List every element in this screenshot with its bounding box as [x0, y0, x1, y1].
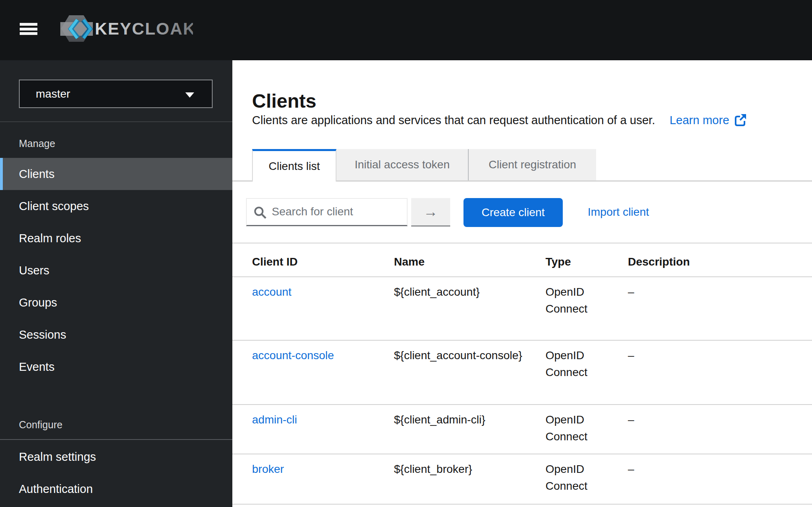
nav-list-manage: Clients Client scopes Realm roles Users …: [0, 158, 232, 383]
client-description-cell: –: [628, 284, 812, 340]
sidebar-nav: master Manage Clients Client scopes Real…: [0, 60, 232, 507]
realm-selector-value: master: [36, 88, 70, 100]
column-header-type: Type: [545, 256, 628, 276]
column-header-name: Name: [394, 256, 545, 276]
client-type-cell: OpenID Connect: [545, 284, 610, 340]
learn-more-label: Learn more: [670, 114, 729, 127]
column-header-client-id: Client ID: [252, 256, 394, 276]
search-box: [246, 198, 408, 226]
hamburger-menu-icon[interactable]: [20, 23, 37, 35]
brand-text: KEYCLOAK: [95, 19, 193, 38]
tab-clients-list[interactable]: Clients list: [252, 149, 336, 182]
table-row: admin-cli ${client_admin-cli} OpenID Con…: [232, 405, 812, 454]
sidebar-divider: [0, 121, 232, 122]
client-id-link[interactable]: account-console: [252, 349, 334, 362]
table-row: account ${client_account} OpenID Connect…: [232, 277, 812, 341]
nav-section-manage: Manage: [19, 131, 55, 155]
tab-bar: Clients list Initial access token Client…: [232, 149, 812, 182]
chevron-down-icon: [185, 92, 194, 98]
client-id-link[interactable]: broker: [252, 463, 284, 475]
client-description-cell: –: [628, 347, 812, 404]
client-type-cell: OpenID Connect: [545, 411, 610, 454]
page-description-row: Clients are applications and services th…: [252, 113, 747, 127]
nav-list-configure: Realm settings Authentication: [0, 441, 232, 505]
import-client-link[interactable]: Import client: [588, 206, 649, 219]
search-submit-button[interactable]: →: [411, 198, 450, 227]
table-header-row: Client ID Name Type Description: [232, 243, 812, 277]
sidebar-item-authentication[interactable]: Authentication: [0, 473, 232, 505]
client-description-cell: –: [628, 461, 812, 504]
sidebar-item-clients[interactable]: Clients: [0, 158, 232, 190]
search-input[interactable]: [272, 200, 404, 224]
client-type-cell: OpenID Connect: [545, 347, 610, 404]
client-name-cell: ${client_account}: [394, 284, 545, 340]
sidebar-item-client-scopes[interactable]: Client scopes: [0, 190, 232, 222]
client-type-cell: OpenID Connect: [545, 461, 610, 504]
external-link-icon: [733, 113, 747, 127]
main-content: Clients Clients are applications and ser…: [232, 60, 812, 507]
masthead: KEYCLOAK: [0, 0, 812, 60]
column-header-description: Description: [628, 256, 812, 276]
client-name-cell: ${client_account-console}: [394, 347, 545, 404]
client-name-cell: ${client_admin-cli}: [394, 411, 545, 454]
client-description-cell: –: [628, 411, 812, 454]
table-row: broker ${client_broker} OpenID Connect –: [232, 454, 812, 505]
sidebar-item-sessions[interactable]: Sessions: [0, 319, 232, 351]
sidebar-item-realm-roles[interactable]: Realm roles: [0, 222, 232, 254]
learn-more-link[interactable]: Learn more: [670, 113, 747, 127]
search-icon: [253, 206, 268, 220]
sidebar-item-events[interactable]: Events: [0, 351, 232, 383]
page-description: Clients are applications and services th…: [252, 114, 655, 127]
realm-selector-dropdown[interactable]: master: [19, 80, 213, 108]
sidebar-item-users[interactable]: Users: [0, 254, 232, 286]
sidebar-divider: [0, 439, 232, 440]
client-id-link[interactable]: account: [252, 286, 291, 298]
clients-table: Client ID Name Type Description account …: [232, 243, 812, 505]
nav-section-configure: Configure: [19, 413, 62, 437]
page-title: Clients: [252, 90, 316, 112]
sidebar-item-groups[interactable]: Groups: [0, 286, 232, 319]
clients-toolbar: → Create client Import client: [232, 198, 812, 230]
tab-client-registration[interactable]: Client registration: [468, 149, 596, 180]
client-name-cell: ${client_broker}: [394, 461, 545, 504]
create-client-button[interactable]: Create client: [463, 198, 563, 227]
table-row: account-console ${client_account-console…: [232, 341, 812, 405]
client-id-link[interactable]: admin-cli: [252, 413, 297, 426]
sidebar-item-realm-settings[interactable]: Realm settings: [0, 441, 232, 473]
keycloak-logo: KEYCLOAK: [60, 13, 193, 47]
tab-initial-access-token[interactable]: Initial access token: [336, 149, 468, 180]
